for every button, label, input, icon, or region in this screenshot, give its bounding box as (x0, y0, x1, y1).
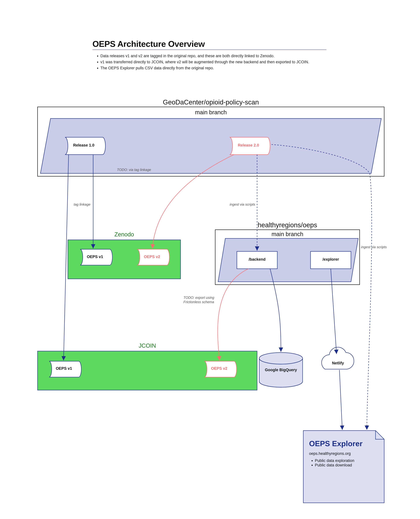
oeps-explorer-content: OEPS Explorer oeps.healthyregions.org Pu… (309, 439, 378, 467)
healthyregions-branch-label: main branch (215, 231, 360, 237)
edge-netlify-to-explorer-note (339, 370, 342, 430)
bigquery-label: Google BigQuery (259, 368, 303, 372)
zenodo-title: Zenodo (68, 231, 180, 238)
zenodo-v1-label: OEPS v1 (78, 255, 112, 259)
jcoin-v1-label: OEPS v1 (47, 366, 81, 371)
oeps-explorer-bullets: Public data exploration Public data down… (309, 458, 378, 467)
edge-label-ingest-scripts-2: ingest via scripts (361, 245, 387, 249)
netlify-label: Netlify (323, 361, 353, 366)
release-2-label: Release 2.0 (228, 143, 269, 147)
jcoin-v2-label: OEPS v2 (202, 366, 236, 371)
oeps-explorer-bullet-1: Public data exploration (315, 458, 378, 463)
release-1-label: Release 1.0 (64, 143, 104, 147)
edge-mainbranch-to-explorer-note (367, 173, 372, 430)
backend-label: /backend (237, 257, 277, 262)
healthyregions-title: healthyregions/oeps (215, 221, 360, 229)
oeps-explorer-title: OEPS Explorer (309, 439, 378, 448)
jcoin-title: JCOIN (38, 343, 257, 349)
explorer-dir-label: /explorer (310, 257, 351, 262)
svg-point-1 (259, 352, 303, 364)
netlify-node (322, 347, 354, 369)
edge-label-tag-linkage: tag linkage (74, 202, 90, 207)
edge-label-todo-tag-linkage: TODO: via tag linkage (117, 168, 151, 172)
geodacenter-branch-label: main branch (38, 109, 384, 116)
geodacenter-title: GeoDaCenter/opioid-policy-scan (38, 98, 384, 106)
edge-label-todo-export: TODO: export using Frictionless schema (183, 296, 227, 304)
zenodo-v2-label: OEPS v2 (135, 255, 169, 259)
oeps-explorer-bullet-2: Public data download (315, 463, 378, 467)
edge-label-ingest-scripts: ingest via scripts (230, 202, 255, 207)
oeps-explorer-url: oeps.healthyregions.org (309, 451, 378, 456)
